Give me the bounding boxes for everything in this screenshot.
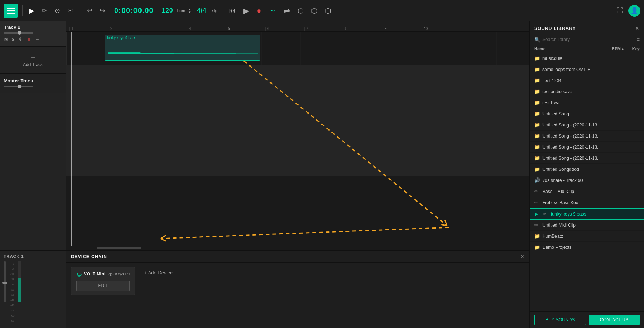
- track-1-auto-btn[interactable]: ～: [34, 35, 41, 43]
- fader-vertical-container: [4, 261, 6, 324]
- library-item-11[interactable]: 🔊70s snare - Track 90: [530, 175, 644, 186]
- sig-display[interactable]: 4/4: [197, 7, 206, 14]
- fullscreen-button[interactable]: ⛶: [614, 5, 626, 16]
- pencil-tool-button[interactable]: ✏: [40, 5, 50, 16]
- redo-button[interactable]: ↪: [98, 5, 108, 16]
- library-item-5[interactable]: 📁Untitled Song: [530, 108, 644, 119]
- preset-arrows[interactable]: ◁▷: [108, 272, 113, 277]
- library-item-7[interactable]: 📁Untitled Song - (2020-11-13...: [530, 131, 644, 142]
- automation-button[interactable]: ～: [267, 4, 279, 17]
- vu-level: [18, 278, 21, 302]
- menu-button[interactable]: [4, 4, 18, 18]
- library-item-14[interactable]: ▶✏funky keys 9 bass: [530, 208, 644, 220]
- ruler-mark-9: 9: [383, 27, 422, 31]
- track-1-mute-btn[interactable]: M: [4, 36, 8, 42]
- add-device-label: + Add Device: [144, 270, 173, 275]
- library-filter-button[interactable]: ≡: [637, 37, 640, 43]
- db-12: -12: [10, 272, 15, 277]
- timer-tool-button[interactable]: ⊙: [52, 5, 62, 16]
- export-button[interactable]: ⬡: [295, 5, 306, 17]
- add-track-label: Add Track: [23, 62, 43, 67]
- library-item-name: Untitled Midi Clip: [542, 223, 640, 228]
- cursor-tool-button[interactable]: ▶: [27, 5, 37, 16]
- ruler-mark-10: 10: [422, 27, 461, 31]
- add-device-button[interactable]: + Add Device: [141, 267, 176, 278]
- track-1-volume-slider[interactable]: [4, 32, 33, 34]
- bottom-left-panel: TRACK 1 0 -6 -12 -18 -24 -30 -36: [0, 250, 66, 328]
- skip-back-button[interactable]: ⏮: [226, 5, 238, 16]
- loop-button[interactable]: ⇌: [282, 5, 292, 17]
- track-1-mic-btn[interactable]: 🎙: [17, 36, 24, 43]
- clip-funky-keys[interactable]: funky keys 9 bass: [105, 35, 260, 61]
- bottom-mute-button[interactable]: MUTE: [4, 327, 19, 328]
- library-item-16[interactable]: 📁HumBeatz: [530, 231, 644, 242]
- ruler: 1 2 3 4 5 6 7 8 9 10: [66, 21, 529, 32]
- library-item-0[interactable]: 📁musicquie: [530, 53, 644, 64]
- play-icon[interactable]: ▶: [535, 211, 541, 217]
- device-block-header: ⏻ VOLT Mini ◁▷ Keys 09: [76, 271, 130, 277]
- library-item-6[interactable]: 📁Untitled Song - (2020-11-13...: [530, 119, 644, 131]
- sound-library-panel: SOUND LIBRARY ✕ 🔍 ≡ Name BPM▲ Key 📁music…: [529, 21, 644, 328]
- device-chain-close-button[interactable]: ×: [521, 253, 524, 260]
- library-item-15[interactable]: ✏Untitled Midi Clip: [530, 220, 644, 231]
- import-button[interactable]: ⬡: [309, 5, 320, 17]
- library-item-8[interactable]: 📁Untitled Song - (2020-11-13...: [530, 142, 644, 153]
- track-1-lane[interactable]: funky keys 9 bass: [66, 32, 529, 65]
- play-button[interactable]: ▶: [241, 5, 251, 17]
- library-item-17[interactable]: 📁Demo Projects: [530, 242, 644, 253]
- library-item-name: 70s snare - Track 90: [542, 178, 640, 183]
- undo-button[interactable]: ↩: [85, 5, 95, 16]
- library-item-9[interactable]: 📁Untitled Song - (2020-11-13...: [530, 153, 644, 164]
- add-track-button[interactable]: + Add Track: [0, 47, 66, 73]
- track-1-solo-btn[interactable]: S: [11, 36, 15, 42]
- library-search-row: 🔍 ≡: [530, 34, 644, 45]
- device-edit-button[interactable]: EDIT: [76, 281, 130, 291]
- contact-us-button[interactable]: CONTACT US: [589, 315, 640, 325]
- mixer-button[interactable]: ⬡: [323, 5, 333, 17]
- ruler-mark-3: 3: [148, 27, 187, 31]
- library-item-1[interactable]: 📁some loops from OMITF: [530, 64, 644, 75]
- clip-label: funky keys 9 bass: [105, 35, 260, 41]
- bpm-stepper[interactable]: ▲▼: [188, 7, 191, 14]
- ruler-mark-6: 6: [265, 27, 304, 31]
- scissors-tool-button[interactable]: ✂: [65, 5, 75, 16]
- main-layout: Track 1 M S 🎙 ⏸ ～ + Add Track: [0, 21, 644, 328]
- scrollbar-thumb[interactable]: [97, 247, 141, 249]
- avatar[interactable]: 👤: [628, 5, 640, 17]
- track-1-controls: M S 🎙 ⏸ ～: [4, 35, 62, 43]
- record-button[interactable]: ●: [254, 4, 263, 17]
- pencil-icon: ✏: [534, 189, 540, 194]
- db-48: -48: [10, 303, 15, 308]
- pencil-icon: ✏: [534, 222, 540, 228]
- folder-icon: 📁: [534, 133, 540, 139]
- folder-icon: 📁: [534, 155, 540, 161]
- sig-label: sig: [212, 9, 217, 13]
- library-item-4[interactable]: 📁test Pwa: [530, 97, 644, 108]
- library-item-2[interactable]: 📁Test 1234: [530, 75, 644, 86]
- library-search-input[interactable]: [542, 37, 634, 42]
- library-item-13[interactable]: ✏Fretless Bass Kool: [530, 197, 644, 208]
- sound-library-header: SOUND LIBRARY ✕: [530, 21, 644, 34]
- ruler-mark-7: 7: [304, 27, 344, 31]
- track-1-name: Track 1: [4, 24, 62, 30]
- track-1-eq-btn[interactable]: ⏸: [26, 36, 32, 43]
- library-item-12[interactable]: ✏Bass 1 Midi Clip: [530, 186, 644, 197]
- library-item-name: Untitled Song - (2020-11-13...: [542, 122, 640, 128]
- buy-sounds-button[interactable]: BUY SOUNDS: [534, 315, 586, 325]
- clip-waveform: [108, 48, 258, 59]
- library-item-3[interactable]: 📁test audio save: [530, 86, 644, 97]
- library-close-button[interactable]: ✕: [635, 25, 640, 32]
- bpm-display[interactable]: 120: [162, 7, 173, 14]
- folder-icon: 📁: [534, 100, 540, 105]
- library-item-10[interactable]: 📁Untitled Songdddd: [530, 164, 644, 175]
- master-volume-slider[interactable]: [4, 86, 33, 87]
- center-column: 1 2 3 4 5 6 7 8 9 10 funky keys 9 b: [66, 21, 529, 328]
- bottom-mixer: 0 -6 -12 -18 -24 -30 -36 -42 -48 -54 -60…: [0, 260, 66, 325]
- device-power-icon[interactable]: ⏻: [76, 271, 82, 277]
- timeline-area: 1 2 3 4 5 6 7 8 9 10 funky keys 9 b: [66, 21, 529, 250]
- library-item-name: Fretless Bass Kool: [542, 200, 640, 205]
- fader-track[interactable]: [4, 261, 6, 302]
- col-right-headers: BPM▲ Key: [611, 47, 640, 51]
- bottom-solo-button[interactable]: SOLO: [23, 327, 38, 328]
- horizontal-scrollbar[interactable]: [66, 246, 529, 250]
